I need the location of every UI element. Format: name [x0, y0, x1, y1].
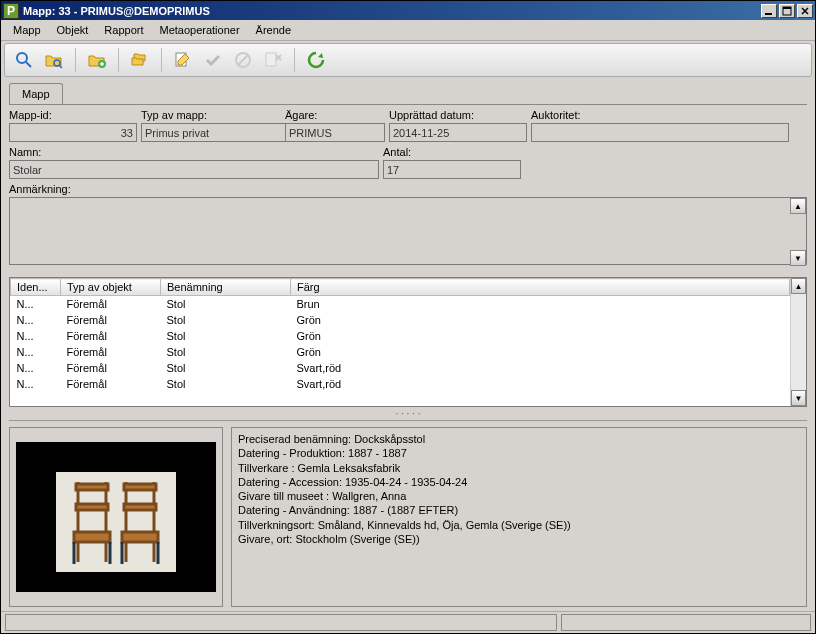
- table-header-row: Iden... Typ av objekt Benämning Färg: [11, 279, 790, 296]
- table-row[interactable]: N...FöremålStolGrön: [11, 344, 790, 360]
- label-namn: Namn:: [9, 146, 379, 158]
- table-row[interactable]: N...FöremålStolSvart,röd: [11, 360, 790, 376]
- field-typ-av-mapp[interactable]: [141, 123, 287, 142]
- field-namn[interactable]: [9, 160, 379, 179]
- table-cell: Föremål: [61, 296, 161, 312]
- window-title: Mapp: 33 - PRIMUS@DEMOPRIMUS: [23, 5, 759, 17]
- col-benamning[interactable]: Benämning: [161, 279, 291, 296]
- field-anmarkning[interactable]: [9, 197, 807, 265]
- edit-icon[interactable]: [170, 47, 196, 73]
- svg-line-4: [26, 62, 31, 67]
- form-area: Mapp-id: Typ av mapp: ▼ Ägare: Upprättad…: [9, 105, 807, 267]
- label-typ-av-mapp: Typ av mapp:: [141, 109, 281, 121]
- table-row[interactable]: N...FöremålStolBrun: [11, 296, 790, 312]
- svg-rect-2: [783, 7, 791, 9]
- object-table: Iden... Typ av objekt Benämning Färg N..…: [9, 277, 807, 407]
- table-cell: Stol: [161, 328, 291, 344]
- statusbar: [1, 611, 815, 633]
- preview-image: [16, 442, 216, 592]
- table-cell: Föremål: [61, 328, 161, 344]
- scroll-up-icon[interactable]: ▲: [790, 198, 806, 214]
- refresh-icon[interactable]: [303, 47, 329, 73]
- svg-line-10: [238, 55, 248, 65]
- table-cell: Föremål: [61, 344, 161, 360]
- detail-area: Preciserad benämning: DockskåpsstolDater…: [9, 420, 807, 607]
- svg-rect-19: [76, 504, 108, 510]
- table-cell: Brun: [291, 296, 790, 312]
- svg-rect-18: [76, 484, 108, 490]
- toolbar: [4, 43, 812, 77]
- table-cell: Grön: [291, 344, 790, 360]
- menu-arende[interactable]: Ärende: [248, 22, 299, 38]
- delete-gray-icon[interactable]: [260, 47, 286, 73]
- table-cell: N...: [11, 376, 61, 392]
- svg-rect-26: [124, 504, 156, 510]
- titlebar: P Mapp: 33 - PRIMUS@DEMOPRIMUS: [1, 1, 815, 20]
- table-cell: Föremål: [61, 360, 161, 376]
- field-agare[interactable]: [285, 123, 385, 142]
- table-cell: Stol: [161, 376, 291, 392]
- cancel-gray-icon[interactable]: [230, 47, 256, 73]
- detail-line: Datering - Produktion: 1887 - 1887: [238, 446, 800, 460]
- tab-row: Mapp: [9, 83, 807, 105]
- detail-line: Preciserad benämning: Dockskåpsstol: [238, 432, 800, 446]
- menubar: Mapp Objekt Rapport Metaoperationer Ären…: [1, 20, 815, 41]
- toolbar-separator: [75, 48, 76, 72]
- col-farg[interactable]: Färg: [291, 279, 790, 296]
- table-cell: N...: [11, 312, 61, 328]
- field-upprattad-datum[interactable]: [389, 123, 527, 142]
- detail-line: Givare, ort: Stockholm (Sverige (SE)): [238, 532, 800, 546]
- detail-line: Datering - Accession: 1935-04-24 - 1935-…: [238, 475, 800, 489]
- svg-rect-11: [266, 53, 276, 66]
- scroll-down-icon[interactable]: ▼: [791, 390, 806, 406]
- label-antal: Antal:: [383, 146, 521, 158]
- scroll-up-icon[interactable]: ▲: [791, 278, 806, 294]
- field-auktoritet[interactable]: [531, 123, 789, 142]
- label-anmarkning: Anmärkning:: [9, 183, 807, 195]
- table-row[interactable]: N...FöremålStolGrön: [11, 328, 790, 344]
- table-row[interactable]: N...FöremålStolGrön: [11, 312, 790, 328]
- label-agare: Ägare:: [285, 109, 385, 121]
- table-scrollbar[interactable]: ▲ ▼: [790, 278, 806, 406]
- menu-rapport[interactable]: Rapport: [96, 22, 151, 38]
- table-cell: Grön: [291, 312, 790, 328]
- detail-line: Datering - Användning: 1887 - (1887 EFTE…: [238, 503, 800, 517]
- detail-text-box: Preciserad benämning: DockskåpsstolDater…: [231, 427, 807, 607]
- scroll-track[interactable]: [791, 294, 806, 390]
- maximize-button[interactable]: [779, 4, 795, 18]
- col-iden[interactable]: Iden...: [11, 279, 61, 296]
- tab-mapp[interactable]: Mapp: [9, 83, 63, 104]
- check-gray-icon[interactable]: [200, 47, 226, 73]
- table-cell: Stol: [161, 312, 291, 328]
- menu-mapp[interactable]: Mapp: [5, 22, 49, 38]
- menu-metaoperationer[interactable]: Metaoperationer: [151, 22, 247, 38]
- app-icon: P: [3, 3, 19, 19]
- minimize-button[interactable]: [761, 4, 777, 18]
- svg-rect-25: [124, 484, 156, 490]
- label-mapp-id: Mapp-id:: [9, 109, 137, 121]
- menu-objekt[interactable]: Objekt: [49, 22, 97, 38]
- field-antal[interactable]: [383, 160, 521, 179]
- table-cell: Svart,röd: [291, 376, 790, 392]
- svg-point-3: [17, 53, 27, 63]
- table-cell: Svart,röd: [291, 360, 790, 376]
- label-upprattad-datum: Upprättad datum:: [389, 109, 527, 121]
- svg-rect-27: [122, 532, 158, 542]
- content-area: Mapp Mapp-id: Typ av mapp: ▼ Ägare:: [1, 79, 815, 611]
- main-window: P Mapp: 33 - PRIMUS@DEMOPRIMUS Mapp Obje…: [0, 0, 816, 634]
- table-row[interactable]: N...FöremålStolSvart,röd: [11, 376, 790, 392]
- folder-copy-icon[interactable]: [127, 47, 153, 73]
- folder-search-icon[interactable]: [41, 47, 67, 73]
- label-auktoritet: Auktoritet:: [531, 109, 789, 121]
- col-typ[interactable]: Typ av objekt: [61, 279, 161, 296]
- table-cell: N...: [11, 328, 61, 344]
- field-mapp-id[interactable]: [9, 123, 137, 142]
- search-icon[interactable]: [11, 47, 37, 73]
- scroll-down-icon[interactable]: ▼: [790, 250, 806, 266]
- table-cell: N...: [11, 344, 61, 360]
- table-cell: Föremål: [61, 376, 161, 392]
- close-button[interactable]: [797, 4, 813, 18]
- folder-plus-icon[interactable]: [84, 47, 110, 73]
- table-cell: Stol: [161, 360, 291, 376]
- table-cell: N...: [11, 296, 61, 312]
